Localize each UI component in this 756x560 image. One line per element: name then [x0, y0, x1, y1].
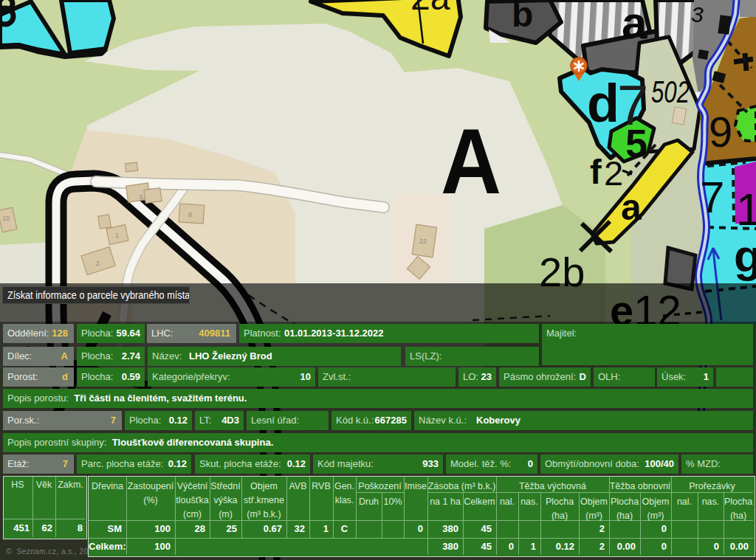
- svg-text:d: d: [587, 74, 619, 133]
- svg-text:f: f: [590, 152, 602, 191]
- svg-text:g: g: [734, 230, 756, 281]
- svg-text:8: 8: [188, 211, 192, 218]
- svg-text:a: a: [621, 187, 642, 228]
- svg-text:10: 10: [2, 215, 10, 222]
- svg-text:2: 2: [96, 260, 100, 267]
- svg-text:22: 22: [419, 238, 427, 245]
- svg-text:13: 13: [736, 184, 756, 235]
- svg-text:3: 3: [691, 2, 704, 27]
- svg-text:2a: 2a: [410, 0, 450, 17]
- svg-text:1: 1: [115, 232, 119, 239]
- svg-text:7: 7: [700, 173, 724, 222]
- svg-text:502: 502: [651, 75, 690, 109]
- svg-text:5: 5: [140, 193, 143, 201]
- svg-text:9: 9: [709, 108, 732, 156]
- svg-text:2: 2: [604, 153, 623, 193]
- svg-text:A: A: [441, 109, 501, 213]
- svg-text:b: b: [512, 0, 533, 34]
